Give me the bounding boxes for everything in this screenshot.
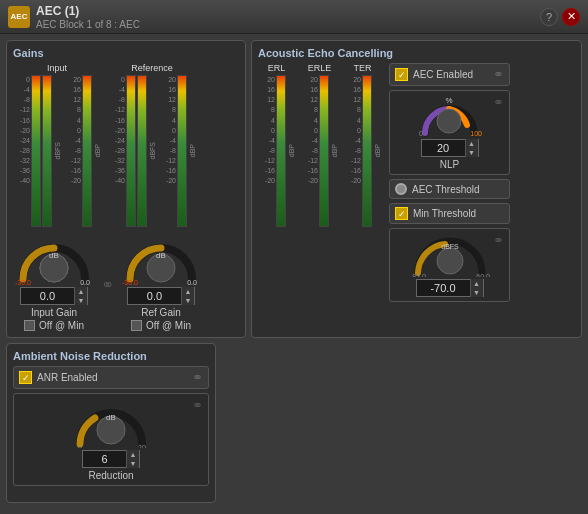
- ref-gain-value: 0.0: [128, 290, 181, 302]
- anr-reduction-down[interactable]: ▼: [127, 459, 139, 468]
- aec-threshold-radio[interactable]: [395, 183, 407, 195]
- anr-reduction-value: 6: [83, 453, 126, 465]
- min-threshold-link-icon[interactable]: ⚭: [493, 233, 504, 248]
- svg-text:dBFS: dBFS: [441, 243, 459, 250]
- aec-enabled-checkbox[interactable]: ✓: [395, 68, 408, 81]
- min-threshold-value: -70.0: [417, 282, 470, 294]
- aec-meters: ERL 201612840-4-8-12-16-20 dBP ERLE: [258, 63, 381, 302]
- anr-reduction-value-box[interactable]: 6 ▲ ▼: [82, 450, 140, 468]
- input-gain-value: 0.0: [21, 290, 74, 302]
- input-scale-1: 0-4-8-12-16-20-24-28-32-36-40: [13, 75, 30, 187]
- svg-text:dB: dB: [106, 413, 116, 422]
- svg-point-9: [437, 109, 461, 133]
- input-gain-knob[interactable]: dB -30.0 0.0: [13, 233, 95, 285]
- svg-text:0.0: 0.0: [187, 279, 197, 285]
- ref-bar-1: [126, 75, 136, 227]
- input-gain-knob-group: dB -30.0 0.0 0.0 ▲ ▼ Input Gain: [13, 233, 95, 331]
- ref-gain-knob[interactable]: dB -30.0 0.0: [120, 233, 202, 285]
- aec-enabled-checkmark: ✓: [398, 70, 406, 80]
- ref-bar-2: [137, 75, 147, 227]
- min-threshold-arrows: ▲ ▼: [470, 279, 483, 297]
- svg-text:0: 0: [78, 444, 82, 448]
- erl-bar: [276, 75, 286, 227]
- nlp-up[interactable]: ▲: [466, 139, 478, 148]
- input-gain-value-box[interactable]: 0.0 ▲ ▼: [20, 287, 88, 305]
- aec-enabled-label: AEC Enabled: [413, 69, 473, 80]
- erl-group: ERL 201612840-4-8-12-16-20 dBP: [258, 63, 295, 302]
- ref-bar-3: [177, 75, 187, 227]
- anr-enabled-checkmark: ✓: [22, 373, 30, 383]
- aec-threshold-row: AEC Threshold: [389, 179, 510, 199]
- nlp-arrows: ▲ ▼: [465, 139, 478, 157]
- erle-bar: [319, 75, 329, 227]
- erle-dbp: dBP: [331, 144, 338, 157]
- svg-text:0.0: 0.0: [80, 279, 90, 285]
- anr-enabled-link-icon[interactable]: ⚭: [192, 370, 203, 385]
- ter-header: TER: [354, 63, 372, 73]
- min-threshold-down[interactable]: ▼: [471, 288, 483, 297]
- reference-group: Reference 0-4-8-12-16-20-24-28-32-36-40 …: [108, 63, 196, 227]
- input-bar-3: [82, 75, 92, 227]
- anr-enabled-checkbox[interactable]: ✓: [19, 371, 32, 384]
- reference-header: Reference: [131, 63, 173, 73]
- nlp-down[interactable]: ▼: [466, 148, 478, 157]
- ter-group: TER 201612840-4-8-12-16-20 dBP: [344, 63, 381, 302]
- min-threshold-value-box[interactable]: -70.0 ▲ ▼: [416, 279, 484, 297]
- svg-text:-30.0: -30.0: [15, 279, 31, 285]
- title-buttons: ? ✕: [540, 8, 580, 26]
- aec-enabled-link-icon[interactable]: ⚭: [493, 67, 504, 82]
- ref-gain-up[interactable]: ▲: [182, 287, 194, 296]
- close-button[interactable]: ✕: [562, 8, 580, 26]
- anr-title: Ambient Noise Reduction: [13, 350, 209, 362]
- input-gain-label: Input Gain: [31, 307, 77, 318]
- input-gain-svg: dB -30.0 0.0: [13, 233, 95, 285]
- anr-reduction-label: Reduction: [88, 470, 133, 481]
- ter-scale: 201612840-4-8-12-16-20: [344, 75, 361, 187]
- svg-text:-60.0: -60.0: [474, 273, 490, 277]
- title-bar: AEC AEC (1) AEC Block 1 of 8 : AEC ? ✕: [0, 0, 588, 34]
- nlp-value-box[interactable]: 20 ▲ ▼: [421, 139, 479, 157]
- input-group: Input 0-4-8-12-16-20-24-28-32-36-40 dBFS…: [13, 63, 101, 227]
- gain-link-icon[interactable]: ⚭: [101, 275, 114, 294]
- min-threshold-label: Min Threshold: [413, 208, 476, 219]
- min-threshold-knob[interactable]: dBFS -83.0 -60.0: [410, 233, 490, 277]
- nlp-knob-container[interactable]: % 0 100: [417, 95, 482, 137]
- anr-reduction-svg: dB 0 20: [70, 398, 152, 448]
- min-threshold-row: ✓ Min Threshold: [389, 203, 510, 224]
- nlp-label: NLP: [440, 159, 459, 170]
- anr-enabled-label: ANR Enabled: [37, 372, 98, 383]
- svg-text:%: %: [445, 96, 452, 105]
- erl-header: ERL: [268, 63, 286, 73]
- anr-panel: Ambient Noise Reduction ✓ ANR Enabled ⚭ …: [6, 343, 216, 503]
- svg-text:-30.0: -30.0: [122, 279, 138, 285]
- window-title: AEC (1): [36, 4, 140, 18]
- ref-gain-value-box[interactable]: 0.0 ▲ ▼: [127, 287, 195, 305]
- nlp-link-icon[interactable]: ⚭: [493, 95, 504, 110]
- help-button[interactable]: ?: [540, 8, 558, 26]
- main-content: Gains Input 0-4-8-12-16-20-24-28-32-36-4…: [0, 34, 588, 514]
- ref-off-at-min-label: Off @ Min: [146, 320, 191, 331]
- anr-reduction-arrows: ▲ ▼: [126, 450, 139, 468]
- dbp-label-ref: dBP: [189, 144, 196, 157]
- input-gain-down[interactable]: ▼: [75, 296, 87, 305]
- bottom-row: Ambient Noise Reduction ✓ ANR Enabled ⚭ …: [6, 343, 582, 508]
- anr-reduction-link-icon[interactable]: ⚭: [192, 398, 203, 413]
- input-off-at-min-checkbox[interactable]: [24, 320, 35, 331]
- ref-gain-arrows: ▲ ▼: [181, 287, 194, 305]
- ref-scale-1: 0-4-8-12-16-20-24-28-32-36-40: [108, 75, 125, 187]
- app-icon: AEC: [8, 6, 30, 28]
- gains-panel: Gains Input 0-4-8-12-16-20-24-28-32-36-4…: [6, 40, 246, 338]
- min-threshold-checkbox[interactable]: ✓: [395, 207, 408, 220]
- ref-gain-down[interactable]: ▼: [182, 296, 194, 305]
- input-gain-up[interactable]: ▲: [75, 287, 87, 296]
- anr-reduction-up[interactable]: ▲: [127, 450, 139, 459]
- min-threshold-up[interactable]: ▲: [471, 279, 483, 288]
- ref-scale-2: 201612840-4-8-12-16-20: [159, 75, 176, 187]
- erle-group: ERLE 201612840-4-8-12-16-20 dBP: [301, 63, 338, 302]
- erle-scale: 201612840-4-8-12-16-20: [301, 75, 318, 187]
- ref-off-at-min-checkbox[interactable]: [131, 320, 142, 331]
- nlp-min-label: 0: [419, 130, 423, 137]
- svg-text:dB: dB: [49, 251, 59, 260]
- erle-header: ERLE: [308, 63, 332, 73]
- anr-reduction-knob[interactable]: dB 0 20: [70, 398, 152, 448]
